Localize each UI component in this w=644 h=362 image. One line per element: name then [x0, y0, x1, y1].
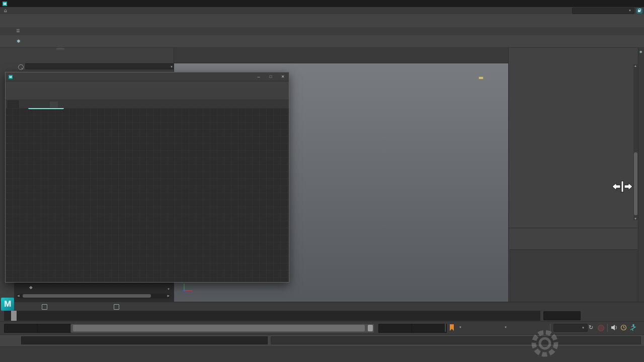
- playback-end-field[interactable]: [378, 324, 414, 333]
- home-icon[interactable]: ⌂: [0, 7, 11, 14]
- anim-prefs-runner-icon[interactable]: [629, 324, 636, 331]
- command-result-field[interactable]: [271, 336, 641, 344]
- maya-application-window: M ⌂ ▼ ☰ ✱ ▼ ✥ ▼: [0, 0, 644, 362]
- node-editor-window: M – □ ✕: [5, 72, 289, 283]
- current-time-marker[interactable]: [11, 311, 17, 321]
- docked-node-editor-strip: ✥ ▼ ◀ ▶: [14, 282, 174, 302]
- mouse-cursor-scrub: [612, 180, 633, 193]
- outliner-tab[interactable]: [56, 48, 64, 50]
- fps-selector[interactable]: ▼: [553, 324, 588, 332]
- workspace-selector[interactable]: ▼: [572, 8, 634, 14]
- channel-attribute-list: [510, 64, 633, 220]
- camera-badge: [478, 76, 484, 79]
- blendshape-node[interactable]: [28, 108, 64, 109]
- range-slider-row: ▼ ▼ ▼ ↻: [0, 321, 644, 335]
- workspace-lock-icon[interactable]: [636, 8, 642, 14]
- current-frame-field[interactable]: [543, 311, 581, 320]
- maya-logo-badge: M: [1, 298, 14, 311]
- animation-end-field[interactable]: [412, 324, 447, 333]
- range-slider-track[interactable]: [70, 324, 374, 333]
- scrollbar-thumb[interactable]: [23, 294, 151, 298]
- playback-loop-icon[interactable]: ↻: [589, 324, 593, 331]
- set-key-bookmark-icon[interactable]: [449, 324, 455, 332]
- node-editor-tab-bar: [6, 100, 289, 108]
- title-bar: M: [0, 0, 644, 7]
- node-editor-toolbar: [6, 89, 289, 100]
- outliner-search-caret-icon[interactable]: ▼: [170, 65, 173, 68]
- playback-speed-clock-icon[interactable]: [620, 324, 627, 331]
- node-item-icon: ✥: [29, 286, 33, 290]
- viewport-icon-bar: [174, 55, 509, 63]
- playback-start-field[interactable]: [37, 324, 72, 333]
- maya-doc-icon: M: [9, 75, 13, 79]
- shelf-gear-icon[interactable]: ✱: [17, 38, 23, 44]
- node-editor-title-bar[interactable]: M – □ ✕: [6, 72, 289, 81]
- help-line: [0, 346, 644, 362]
- shelf-menu-icon[interactable]: ☰: [16, 29, 22, 34]
- shelf-tab-bar: [0, 27, 644, 35]
- sound-icon[interactable]: [611, 324, 618, 331]
- command-input-field[interactable]: [21, 336, 268, 344]
- tab-untitled-1[interactable]: [8, 101, 19, 109]
- time-editor-icon: [114, 304, 119, 310]
- ne-maximize-button[interactable]: □: [265, 74, 277, 79]
- channel-box-panel: ▲ ▼: [508, 48, 638, 302]
- graph-editor-icon: [42, 304, 47, 310]
- range-slider-bar[interactable]: [73, 325, 365, 331]
- panel-pin-icon[interactable]: ◈: [639, 50, 642, 54]
- horizontal-scrollbar[interactable]: ◀ ▶: [17, 294, 170, 298]
- layer-editor: [509, 228, 638, 302]
- range-slider-handle[interactable]: [368, 325, 373, 331]
- ne-close-button[interactable]: ✕: [277, 74, 289, 79]
- maya-app-icon: M: [3, 2, 7, 6]
- layer-list: [510, 249, 637, 302]
- ne-minimize-button[interactable]: –: [253, 74, 265, 79]
- character-set-caret-icon[interactable]: ▼: [459, 326, 462, 329]
- tab-add-button[interactable]: [50, 102, 58, 108]
- shelf-item-row: [0, 35, 644, 48]
- docked-caret-icon[interactable]: ▼: [167, 288, 170, 291]
- status-line-toolbar: [0, 14, 644, 28]
- time-slider[interactable]: [0, 310, 644, 321]
- auto-key-icon[interactable]: [598, 325, 604, 331]
- right-side-tab-strip: ◈: [638, 48, 644, 302]
- timeline-tab-row: [0, 302, 644, 311]
- channel-scrollbar-thumb[interactable]: [634, 152, 637, 215]
- outliner-search-input[interactable]: [25, 63, 176, 69]
- channel-scrollbar[interactable]: ▲ ▼: [633, 64, 638, 220]
- anim-layer-caret-icon[interactable]: ▼: [504, 326, 507, 329]
- playback-controls: [579, 311, 643, 320]
- command-line: [0, 334, 644, 347]
- main-menu-bar: ⌂ ▼: [0, 7, 644, 15]
- animation-start-field[interactable]: [4, 324, 39, 333]
- node-editor-canvas[interactable]: [6, 108, 289, 282]
